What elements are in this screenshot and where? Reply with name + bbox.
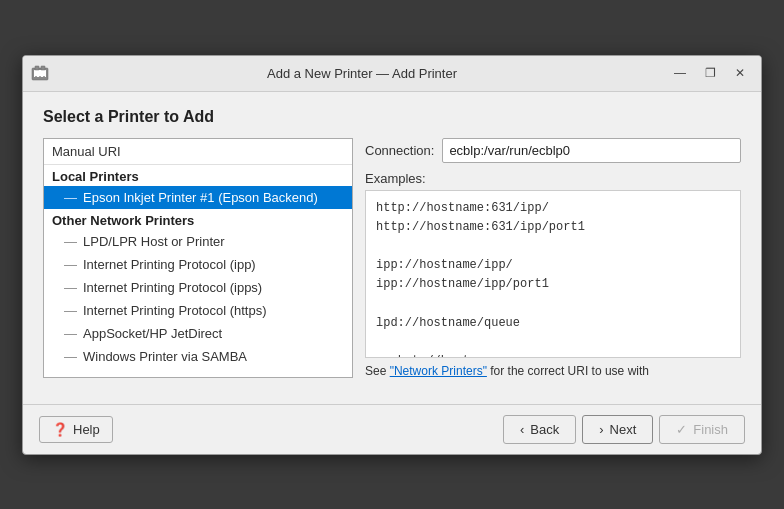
help-icon: ❓ [52, 422, 68, 437]
dialog-content: Select a Printer to Add Manual URI Local… [23, 92, 761, 394]
dash-icon: — [64, 190, 77, 205]
finish-label: Finish [693, 422, 728, 437]
restore-button[interactable]: ❐ [697, 61, 723, 85]
dash-icon: — [64, 234, 77, 249]
finish-button[interactable]: ✓ Finish [659, 415, 745, 444]
note-suffix: for the correct URI to use with [487, 364, 649, 378]
connection-label: Connection: [365, 143, 434, 158]
dash-icon: — [64, 257, 77, 272]
printer-item-appsocket[interactable]: — AppSocket/HP JetDirect [44, 322, 352, 345]
svg-point-6 [43, 76, 45, 78]
titlebar: Add a New Printer — Add Printer — ❐ ✕ [23, 56, 761, 92]
next-button[interactable]: › Next [582, 415, 653, 444]
back-button[interactable]: ‹ Back [503, 415, 576, 444]
next-chevron-icon: › [599, 422, 603, 437]
connection-input[interactable] [442, 138, 741, 163]
printer-item-ipps[interactable]: — Internet Printing Protocol (ipps) [44, 276, 352, 299]
printer-item-epson[interactable]: — Epson Inkjet Printer #1 (Epson Backend… [44, 186, 352, 209]
window-icon [31, 64, 49, 82]
printer-item-ipp[interactable]: — Internet Printing Protocol (ipp) [44, 253, 352, 276]
printer-item-https[interactable]: — Internet Printing Protocol (https) [44, 299, 352, 322]
example-line-5: lpd://hostname/queue [376, 314, 730, 333]
printer-item-label: Epson Inkjet Printer #1 (Epson Backend) [83, 190, 318, 205]
examples-note: See "Network Printers" for the correct U… [365, 364, 741, 378]
back-label: Back [530, 422, 559, 437]
example-line-6: socket://hostname [376, 352, 730, 358]
printer-list[interactable]: Manual URI Local Printers — Epson Inkjet… [43, 138, 353, 378]
svg-rect-2 [35, 66, 39, 70]
minimize-button[interactable]: — [667, 61, 693, 85]
other-network-header: Other Network Printers [44, 209, 352, 230]
svg-rect-1 [34, 70, 46, 77]
footer: ❓ Help ‹ Back › Next ✓ Finish [23, 404, 761, 454]
printer-item-samba[interactable]: — Windows Printer via SAMBA [44, 345, 352, 368]
printer-item-label: Internet Printing Protocol (ipp) [83, 257, 256, 272]
footer-left: ❓ Help [39, 416, 497, 443]
examples-box: http://hostname:631/ipp/ http://hostname… [365, 190, 741, 358]
example-line-3: ipp://hostname/ipp/ [376, 256, 730, 275]
examples-label: Examples: [365, 171, 741, 186]
example-line-1: http://hostname:631/ipp/ [376, 199, 730, 218]
svg-point-4 [35, 76, 37, 78]
example-blank-2 [376, 294, 730, 313]
svg-point-5 [39, 76, 41, 78]
back-chevron-icon: ‹ [520, 422, 524, 437]
help-button[interactable]: ❓ Help [39, 416, 113, 443]
connection-row: Connection: [365, 138, 741, 163]
printer-item-lpd[interactable]: — LPD/LPR Host or Printer [44, 230, 352, 253]
example-line-4: ipp://hostname/ipp/port1 [376, 275, 730, 294]
window-title: Add a New Printer — Add Printer [57, 66, 667, 81]
printer-item-label: Windows Printer via SAMBA [83, 349, 247, 364]
close-button[interactable]: ✕ [727, 61, 753, 85]
network-printers-link[interactable]: "Network Printers" [390, 364, 487, 378]
example-blank-3 [376, 333, 730, 352]
dash-icon: — [64, 303, 77, 318]
right-panel: Connection: Examples: http://hostname:63… [365, 138, 741, 378]
finish-check-icon: ✓ [676, 422, 687, 437]
help-label: Help [73, 422, 100, 437]
printer-item-label: Internet Printing Protocol (https) [83, 303, 267, 318]
dash-icon: — [64, 326, 77, 341]
manual-uri-label: Manual URI [52, 144, 121, 159]
printer-item-label: AppSocket/HP JetDirect [83, 326, 222, 341]
printer-item-label: LPD/LPR Host or Printer [83, 234, 225, 249]
window-controls: — ❐ ✕ [667, 61, 753, 85]
dash-icon: — [64, 280, 77, 295]
printer-item-label: Internet Printing Protocol (ipps) [83, 280, 262, 295]
page-title: Select a Printer to Add [43, 108, 741, 126]
main-area: Manual URI Local Printers — Epson Inkjet… [43, 138, 741, 378]
main-window: Add a New Printer — Add Printer — ❐ ✕ Se… [22, 55, 762, 455]
next-label: Next [610, 422, 637, 437]
manual-uri-row[interactable]: Manual URI [44, 139, 352, 165]
note-prefix: See [365, 364, 390, 378]
svg-rect-3 [41, 66, 45, 70]
example-line-2: http://hostname:631/ipp/port1 [376, 218, 730, 237]
example-blank-1 [376, 237, 730, 256]
local-printers-header: Local Printers [44, 165, 352, 186]
dash-icon: — [64, 349, 77, 364]
